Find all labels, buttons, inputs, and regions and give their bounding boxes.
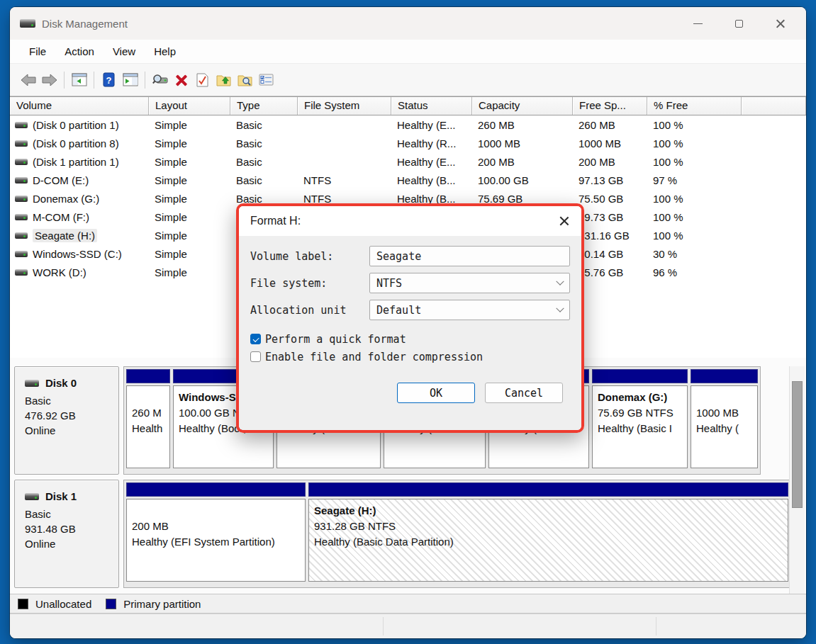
close-icon [559, 216, 569, 226]
allocation-unit-label: Allocation unit [250, 304, 369, 317]
vertical-scrollbar[interactable] [789, 366, 805, 607]
format-dialog: Format H: Volume label: Seagate File sys… [239, 206, 581, 430]
allocation-unit-value: Default [376, 304, 557, 317]
primary-partition-bar [126, 482, 306, 497]
toolbar-separator [145, 72, 145, 89]
svg-text:?: ? [106, 75, 112, 86]
cell-free: 260 MB [573, 119, 647, 131]
cell-status: Healthy (B... [391, 174, 472, 186]
menu-action[interactable]: Action [55, 42, 104, 61]
help-button[interactable]: ? [99, 70, 118, 89]
column-header-file-system[interactable]: File System [298, 97, 391, 115]
menu-file[interactable]: File [20, 42, 55, 61]
properties-button[interactable] [193, 70, 212, 89]
dialog-title: Format H: [250, 215, 557, 227]
quick-format-row[interactable]: Perform a quick format [250, 330, 570, 348]
disk-name: Disk 0 [45, 377, 77, 389]
cell-layout: Simple [149, 137, 230, 149]
file-system-label: File system: [250, 277, 369, 290]
disk-1-info[interactable]: Disk 1 Basic 931.48 GB Online [14, 480, 119, 588]
ok-button[interactable]: OK [397, 383, 475, 403]
table-row[interactable]: (Disk 0 partition 8) Simple Basic Health… [10, 134, 806, 152]
table-row[interactable]: (Disk 0 partition 1) Simple Basic Health… [10, 115, 806, 134]
disk-size: 931.48 GB [25, 521, 111, 536]
menu-view[interactable]: View [104, 42, 145, 61]
partition-block[interactable]: 200 MBHealthy (EFI System Partition) [126, 482, 306, 582]
toolbar: ? [10, 64, 806, 96]
cell-layout: Simple [149, 174, 230, 186]
column-header-free-space[interactable]: Free Sp... [573, 97, 647, 115]
primary-partition-swatch [106, 599, 116, 609]
cancel-button[interactable]: Cancel [485, 383, 563, 403]
disk-0-info[interactable]: Disk 0 Basic 476.92 GB Online [14, 366, 119, 475]
allocation-unit-select[interactable]: Default [369, 300, 570, 320]
minimize-icon [693, 23, 703, 24]
volume-icon [15, 269, 28, 276]
dialog-close-button[interactable] [557, 215, 570, 227]
red-x-icon [176, 74, 187, 86]
partition-block-selected[interactable]: Seagate (H:)931.28 GB NTFSHealthy (Basic… [308, 482, 788, 582]
volume-name: (Disk 0 partition 8) [33, 137, 119, 149]
folder-magnifier-icon [237, 73, 252, 86]
close-button[interactable] [759, 7, 800, 40]
column-header-capacity[interactable]: Capacity [472, 97, 573, 115]
table-row[interactable]: (Disk 1 partition 1) Simple Basic Health… [10, 152, 806, 171]
column-header-type[interactable]: Type [230, 97, 298, 115]
app-disk-icon [20, 19, 35, 28]
volume-name: D-COM (E:) [33, 174, 89, 186]
forward-button[interactable] [40, 70, 59, 89]
status-separator [656, 617, 656, 635]
cell-status: Healthy (B... [391, 193, 472, 205]
volume-icon [15, 159, 28, 165]
partition-block[interactable]: 260 MHealth [126, 369, 170, 468]
cell-capacity: 200 MB [472, 156, 573, 168]
disk-management-window: Disk Management File Action View Help ? [10, 7, 806, 638]
volume-name: M-COM (F:) [33, 211, 89, 223]
quick-format-checkbox[interactable] [250, 334, 261, 344]
show-action-pane-button[interactable] [121, 70, 140, 89]
volume-icon [15, 177, 28, 183]
forward-arrow-icon [42, 74, 57, 86]
disk-type: Basic [25, 393, 111, 408]
cell-pct-free: 100 % [647, 119, 742, 131]
compression-checkbox[interactable] [250, 351, 261, 362]
volume-label-input[interactable]: Seagate [369, 246, 570, 266]
cell-free: 75.50 GB [573, 193, 647, 205]
show-console-tree-button[interactable] [69, 70, 89, 89]
folder-search-button[interactable] [235, 70, 255, 89]
column-header-volume[interactable]: Volume [10, 97, 149, 115]
delete-volume-button[interactable] [172, 70, 191, 89]
action-pane-icon [123, 73, 138, 86]
file-system-select[interactable]: NTFS [369, 273, 570, 293]
minimize-button[interactable] [677, 7, 718, 40]
cell-layout: Simple [149, 230, 230, 242]
column-header-layout[interactable]: Layout [149, 97, 230, 115]
menu-help[interactable]: Help [145, 42, 185, 61]
cell-type: Basic [230, 119, 298, 131]
cell-pct-free: 100 % [647, 230, 742, 242]
volume-icon [15, 251, 28, 257]
dialog-title-bar: Format H: [239, 206, 581, 236]
status-separator [383, 617, 384, 635]
folder-up-button[interactable] [214, 70, 233, 89]
volume-name: Seagate (H:) [33, 229, 97, 242]
cell-capacity: 75.69 GB [472, 193, 573, 205]
disk-status: Online [25, 423, 111, 438]
partition-block[interactable]: Donemax (G:)75.69 GB NTFSHealthy (Basic … [592, 369, 688, 468]
maximize-button[interactable] [718, 7, 759, 40]
checklist-button[interactable] [257, 70, 276, 89]
legend-bar: Unallocated Primary partition [10, 594, 806, 614]
cell-layout: Simple [149, 119, 230, 131]
cell-type: Basic [230, 156, 298, 168]
cell-capacity: 100.00 GB [472, 174, 573, 186]
partition-block[interactable]: 1000 MBHealthy ( [691, 369, 758, 468]
file-system-value: NTFS [376, 277, 557, 290]
table-row[interactable]: D-COM (E:) Simple Basic NTFS Healthy (B.… [10, 171, 806, 189]
compression-row[interactable]: Enable file and folder compression [250, 348, 570, 366]
column-header-status[interactable]: Status [391, 97, 472, 115]
scrollbar-thumb[interactable] [792, 381, 803, 508]
cell-pct-free: 100 % [647, 193, 742, 205]
rescan-disks-button[interactable] [150, 70, 169, 89]
back-button[interactable] [18, 70, 38, 89]
column-header-pct-free[interactable]: % Free [647, 97, 742, 115]
